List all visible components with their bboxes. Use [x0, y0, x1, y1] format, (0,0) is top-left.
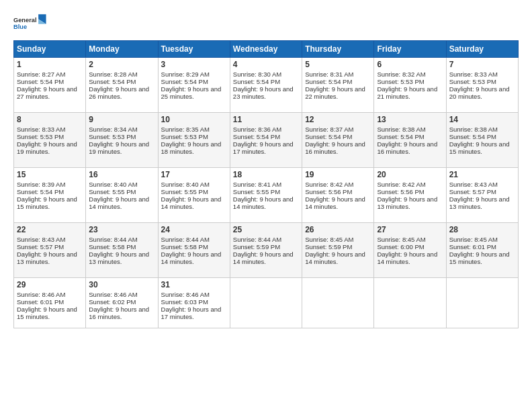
daylight-label: Daylight: 9 hours and 13 minutes. — [89, 250, 149, 265]
sunrise-label: Sunrise: 8:46 AM — [161, 291, 210, 298]
sunset-label: Sunset: 5:54 PM — [161, 78, 208, 85]
daylight-label: Daylight: 9 hours and 16 minutes. — [89, 306, 149, 320]
col-header-tuesday: Tuesday — [158, 41, 230, 58]
calendar-cell: 31 Sunrise: 8:46 AM Sunset: 6:03 PM Dayl… — [158, 278, 230, 328]
calendar-cell: 10 Sunrise: 8:35 AM Sunset: 5:53 PM Dayl… — [158, 113, 230, 168]
calendar-cell: 2 Sunrise: 8:28 AM Sunset: 5:54 PM Dayli… — [86, 58, 158, 113]
daylight-label: Daylight: 9 hours and 16 minutes. — [305, 140, 365, 155]
sunrise-label: Sunrise: 8:44 AM — [89, 236, 137, 243]
col-header-sunday: Sunday — [14, 41, 86, 58]
sunset-label: Sunset: 5:58 PM — [161, 243, 208, 250]
sunrise-label: Sunrise: 8:37 AM — [305, 126, 353, 133]
calendar-cell: 4 Sunrise: 8:30 AM Sunset: 5:54 PM Dayli… — [230, 58, 302, 113]
daylight-label: Daylight: 9 hours and 14 minutes. — [89, 195, 149, 210]
day-number: 2 — [89, 60, 154, 69]
calendar-table: SundayMondayTuesdayWednesdayThursdayFrid… — [13, 40, 519, 328]
calendar-cell: 20 Sunrise: 8:42 AM Sunset: 5:56 PM Dayl… — [374, 168, 446, 223]
sunset-label: Sunset: 5:54 PM — [17, 78, 64, 85]
day-number: 26 — [305, 225, 371, 234]
sunrise-label: Sunrise: 8:40 AM — [161, 181, 210, 188]
sunrise-label: Sunrise: 8:33 AM — [449, 71, 498, 78]
day-number: 28 — [449, 225, 515, 234]
calendar-cell: 19 Sunrise: 8:42 AM Sunset: 5:56 PM Dayl… — [302, 168, 374, 223]
daylight-label: Daylight: 9 hours and 16 minutes. — [377, 140, 437, 155]
header-row: SundayMondayTuesdayWednesdayThursdayFrid… — [14, 41, 519, 58]
sunset-label: Sunset: 5:54 PM — [377, 133, 424, 140]
daylight-label: Daylight: 9 hours and 25 minutes. — [161, 85, 222, 100]
sunrise-label: Sunrise: 8:46 AM — [89, 291, 137, 298]
sunrise-label: Sunrise: 8:43 AM — [17, 236, 65, 243]
daylight-label: Daylight: 9 hours and 27 minutes. — [17, 85, 77, 100]
day-number: 7 — [449, 60, 515, 69]
calendar-cell: 9 Sunrise: 8:34 AM Sunset: 5:53 PM Dayli… — [86, 113, 158, 168]
sunset-label: Sunset: 5:59 PM — [305, 243, 352, 250]
calendar-cell: 13 Sunrise: 8:38 AM Sunset: 5:54 PM Dayl… — [374, 113, 446, 168]
daylight-label: Daylight: 9 hours and 26 minutes. — [89, 85, 149, 100]
day-number: 12 — [305, 115, 371, 124]
sunset-label: Sunset: 5:54 PM — [233, 78, 280, 85]
sunrise-label: Sunrise: 8:30 AM — [233, 71, 281, 78]
sunrise-label: Sunrise: 8:44 AM — [161, 236, 210, 243]
day-number: 23 — [89, 225, 154, 234]
sunrise-label: Sunrise: 8:33 AM — [17, 126, 65, 133]
week-row-5: 29 Sunrise: 8:46 AM Sunset: 6:01 PM Dayl… — [14, 278, 519, 328]
daylight-label: Daylight: 9 hours and 15 minutes. — [449, 250, 510, 265]
sunrise-label: Sunrise: 8:45 AM — [377, 236, 425, 243]
col-header-thursday: Thursday — [302, 41, 374, 58]
day-number: 20 — [377, 170, 443, 179]
sunrise-label: Sunrise: 8:31 AM — [305, 71, 353, 78]
day-number: 5 — [305, 60, 371, 69]
calendar-cell: 27 Sunrise: 8:45 AM Sunset: 6:00 PM Dayl… — [374, 223, 446, 278]
calendar-cell: 18 Sunrise: 8:41 AM Sunset: 5:55 PM Dayl… — [230, 168, 302, 223]
sunset-label: Sunset: 5:55 PM — [89, 188, 136, 195]
day-number: 13 — [377, 115, 443, 124]
sunset-label: Sunset: 6:01 PM — [449, 243, 496, 250]
daylight-label: Daylight: 9 hours and 15 minutes. — [17, 195, 77, 210]
sunset-label: Sunset: 6:01 PM — [17, 298, 64, 306]
week-row-3: 15 Sunrise: 8:39 AM Sunset: 5:54 PM Dayl… — [14, 168, 519, 223]
daylight-label: Daylight: 9 hours and 19 minutes. — [17, 140, 77, 155]
week-row-2: 8 Sunrise: 8:33 AM Sunset: 5:53 PM Dayli… — [14, 113, 519, 168]
daylight-label: Daylight: 9 hours and 17 minutes. — [233, 140, 294, 155]
sunrise-label: Sunrise: 8:38 AM — [449, 126, 498, 133]
sunrise-label: Sunrise: 8:29 AM — [161, 71, 210, 78]
page: General Blue SundayMondayTuesdayWednesda… — [0, 0, 532, 411]
daylight-label: Daylight: 9 hours and 21 minutes. — [377, 85, 437, 100]
calendar-cell: 24 Sunrise: 8:44 AM Sunset: 5:58 PM Dayl… — [158, 223, 230, 278]
calendar-cell: 28 Sunrise: 8:45 AM Sunset: 6:01 PM Dayl… — [446, 223, 518, 278]
daylight-label: Daylight: 9 hours and 18 minutes. — [161, 140, 222, 155]
daylight-label: Daylight: 9 hours and 20 minutes. — [449, 85, 510, 100]
day-number: 30 — [89, 280, 154, 289]
sunrise-label: Sunrise: 8:28 AM — [89, 71, 137, 78]
day-number: 6 — [377, 60, 443, 69]
week-row-1: 1 Sunrise: 8:27 AM Sunset: 5:54 PM Dayli… — [14, 58, 519, 113]
day-number: 1 — [17, 60, 83, 69]
sunrise-label: Sunrise: 8:42 AM — [377, 181, 425, 188]
calendar-cell: 7 Sunrise: 8:33 AM Sunset: 5:53 PM Dayli… — [446, 58, 518, 113]
daylight-label: Daylight: 9 hours and 15 minutes. — [17, 306, 77, 320]
sunrise-label: Sunrise: 8:41 AM — [233, 181, 281, 188]
sunset-label: Sunset: 5:58 PM — [89, 243, 136, 250]
daylight-label: Daylight: 9 hours and 14 minutes. — [377, 250, 437, 265]
logo: General Blue — [13, 11, 47, 38]
calendar-cell — [374, 278, 446, 328]
sunset-label: Sunset: 5:56 PM — [305, 188, 352, 195]
sunset-label: Sunset: 5:53 PM — [449, 78, 496, 85]
sunrise-label: Sunrise: 8:27 AM — [17, 71, 65, 78]
sunrise-label: Sunrise: 8:40 AM — [89, 181, 137, 188]
day-number: 14 — [449, 115, 515, 124]
sunrise-label: Sunrise: 8:45 AM — [449, 236, 498, 243]
day-number: 8 — [17, 115, 83, 124]
sunset-label: Sunset: 6:02 PM — [89, 298, 136, 306]
sunrise-label: Sunrise: 8:36 AM — [233, 126, 281, 133]
svg-text:Blue: Blue — [13, 24, 27, 31]
calendar-cell: 30 Sunrise: 8:46 AM Sunset: 6:02 PM Dayl… — [86, 278, 158, 328]
daylight-label: Daylight: 9 hours and 17 minutes. — [161, 306, 222, 320]
sunset-label: Sunset: 5:54 PM — [305, 133, 352, 140]
sunrise-label: Sunrise: 8:32 AM — [377, 71, 425, 78]
calendar-cell: 8 Sunrise: 8:33 AM Sunset: 5:53 PM Dayli… — [14, 113, 86, 168]
calendar-cell: 23 Sunrise: 8:44 AM Sunset: 5:58 PM Dayl… — [86, 223, 158, 278]
calendar-cell — [446, 278, 518, 328]
day-number: 29 — [17, 280, 83, 289]
sunset-label: Sunset: 5:53 PM — [89, 133, 136, 140]
